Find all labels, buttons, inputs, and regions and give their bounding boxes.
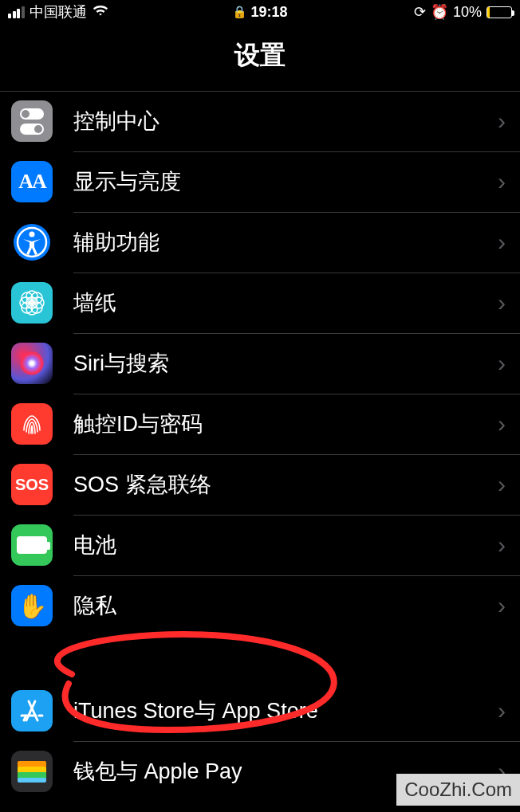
sos-text: SOS	[15, 476, 49, 494]
touchid-icon	[11, 403, 53, 445]
row-label: SOS 紧急联络	[73, 470, 498, 499]
siri-icon	[11, 343, 53, 384]
chevron-right-icon: ›	[498, 289, 506, 316]
row-control-center[interactable]: 控制中心 ›	[0, 91, 520, 151]
chevron-right-icon: ›	[498, 108, 506, 135]
row-siri[interactable]: Siri与搜索 ›	[0, 333, 520, 394]
group-gap	[0, 636, 520, 681]
row-label: iTunes Store与 App Store	[73, 696, 498, 725]
watermark: CooZhi.Com	[396, 774, 520, 806]
time-label: 19:18	[250, 4, 287, 21]
status-left: 中国联通	[8, 2, 226, 22]
row-itunes-appstore[interactable]: iTunes Store与 App Store ›	[0, 681, 520, 741]
chevron-right-icon: ›	[498, 229, 506, 256]
status-right: ⟳ ⏰ 10%	[294, 3, 512, 21]
battery-pct: 10%	[453, 4, 482, 21]
row-battery[interactable]: 电池 ›	[0, 515, 520, 575]
chevron-right-icon: ›	[498, 168, 506, 195]
chevron-right-icon: ›	[498, 592, 506, 619]
settings-group-1: 控制中心 › AA 显示与亮度 › 辅助功能 › 墙纸 › Siri与搜索 › …	[0, 91, 520, 636]
row-label: 电池	[73, 531, 498, 559]
display-icon: AA	[11, 161, 53, 202]
row-label: 辅助功能	[73, 228, 498, 257]
carrier-label: 中国联通	[30, 2, 87, 22]
signal-icon	[8, 6, 25, 18]
wallet-icon	[11, 751, 53, 792]
chevron-right-icon: ›	[498, 532, 506, 559]
status-center: 🔒 19:18	[232, 4, 287, 21]
chevron-right-icon: ›	[498, 350, 506, 377]
rotation-lock-icon: ⟳	[414, 3, 426, 21]
svg-point-3	[26, 297, 37, 308]
row-touchid[interactable]: 触控ID与密码 ›	[0, 394, 520, 454]
accessibility-icon	[11, 222, 53, 263]
sos-icon: SOS	[11, 464, 53, 505]
row-label: 触控ID与密码	[73, 410, 498, 438]
chevron-right-icon: ›	[498, 471, 506, 498]
battery-row-icon	[11, 524, 53, 566]
svg-line-16	[24, 717, 26, 720]
row-label: 显示与亮度	[73, 167, 498, 196]
row-privacy[interactable]: ✋ 隐私 ›	[0, 575, 520, 636]
battery-fill	[487, 7, 490, 18]
row-sos[interactable]: SOS SOS 紧急联络 ›	[0, 454, 520, 515]
page-header: 设置	[0, 24, 520, 91]
page-title: 设置	[0, 38, 520, 73]
row-label: Siri与搜索	[73, 349, 498, 378]
alarm-icon: ⏰	[431, 3, 448, 21]
control-center-icon	[11, 100, 53, 142]
chevron-right-icon: ›	[498, 697, 506, 724]
row-wallpaper[interactable]: 墙纸 ›	[0, 273, 520, 333]
row-label: 控制中心	[73, 107, 498, 135]
row-label: 墙纸	[73, 288, 498, 317]
appstore-icon	[11, 690, 53, 732]
chevron-right-icon: ›	[498, 410, 506, 437]
svg-point-2	[30, 232, 35, 237]
status-bar: 中国联通 🔒 19:18 ⟳ ⏰ 10%	[0, 0, 520, 24]
battery-icon	[487, 6, 512, 18]
wallpaper-icon	[11, 282, 53, 324]
row-accessibility[interactable]: 辅助功能 ›	[0, 212, 520, 273]
wifi-icon	[92, 3, 109, 21]
row-label: 隐私	[73, 591, 498, 620]
privacy-icon: ✋	[11, 585, 53, 626]
svg-rect-20	[18, 778, 46, 783]
lock-icon: 🔒	[232, 5, 247, 19]
row-display[interactable]: AA 显示与亮度 ›	[0, 151, 520, 212]
